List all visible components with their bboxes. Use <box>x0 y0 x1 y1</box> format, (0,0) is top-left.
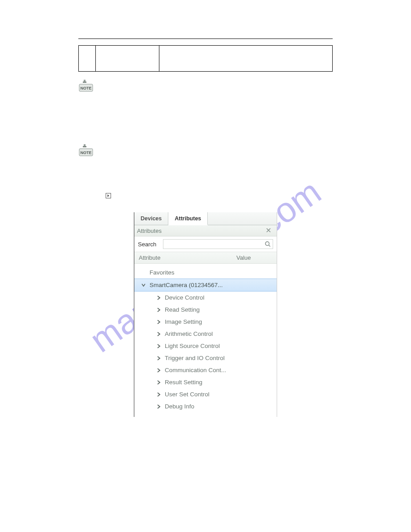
chevron-right-icon <box>155 332 162 336</box>
search-icon[interactable] <box>263 241 273 247</box>
tree-item-image-setting[interactable]: Image Setting <box>134 316 277 328</box>
tree-item-arithmetic-control[interactable]: Arithmetic Control <box>134 328 277 340</box>
svg-text:NOTE: NOTE <box>80 86 91 90</box>
chevron-down-icon <box>140 283 147 287</box>
tab-attributes[interactable]: Attributes <box>168 212 208 225</box>
note-block: NOTE <box>78 79 333 92</box>
attributes-panel: Devices Attributes Attributes ✕ Search <box>134 212 277 417</box>
svg-point-9 <box>265 242 269 245</box>
tree-label: Read Setting <box>165 306 200 313</box>
tree-root-smartcamera[interactable]: SmartCamera (01234567... <box>134 279 277 292</box>
panel-title: Attributes <box>137 227 162 234</box>
tree-item-trigger-io-control[interactable]: Trigger and IO Control <box>134 352 277 364</box>
chevron-right-icon <box>155 320 162 324</box>
column-header-attribute: Attribute <box>139 254 236 261</box>
search-row: Search <box>134 236 277 252</box>
chevron-right-icon <box>155 380 162 385</box>
tree-favorites[interactable]: Favorites <box>134 266 277 279</box>
tree-label: Favorites <box>150 269 175 276</box>
svg-text:NOTE: NOTE <box>80 150 91 155</box>
chevron-right-icon <box>155 404 162 409</box>
tree-item-light-source-control[interactable]: Light Source Control <box>134 340 277 352</box>
search-box <box>163 239 273 249</box>
chevron-right-icon <box>155 308 162 312</box>
table-cell <box>79 46 96 72</box>
tree-label: Trigger and IO Control <box>165 355 225 361</box>
tree-item-debug-info[interactable]: Debug Info <box>134 400 277 412</box>
chevron-right-icon <box>155 344 162 348</box>
search-input[interactable] <box>163 240 263 248</box>
table-row <box>79 46 333 72</box>
chevron-right-icon <box>155 368 162 373</box>
tree-label: Light Source Control <box>165 343 220 349</box>
tree-item-read-setting[interactable]: Read Setting <box>134 304 277 316</box>
svg-rect-1 <box>83 82 86 83</box>
panel-titlebar: Attributes ✕ <box>134 225 277 236</box>
chevron-right-icon <box>155 392 162 397</box>
column-header-row: Attribute Value <box>134 252 277 264</box>
document-page: NOTE NOTE Devices Attribut <box>0 0 411 435</box>
tree-label: Result Setting <box>165 379 202 386</box>
chevron-right-icon <box>155 296 162 300</box>
tree-label: User Set Control <box>165 391 210 398</box>
tree-label: Device Control <box>165 294 205 301</box>
tree-label: Debug Info <box>165 403 194 410</box>
empty-table <box>78 45 333 72</box>
note-icon: NOTE <box>78 79 94 92</box>
tree-item-device-control[interactable]: Device Control <box>134 292 277 304</box>
attribute-tree: Favorites SmartCamera (01234567... Devic… <box>134 264 277 417</box>
search-label: Search <box>138 241 159 248</box>
blank-space <box>78 163 333 184</box>
inline-arrow-row <box>105 193 333 199</box>
tab-devices[interactable]: Devices <box>134 212 168 225</box>
tree-item-result-setting[interactable]: Result Setting <box>134 376 277 388</box>
tree-label: Communication Cont... <box>165 367 226 373</box>
chevron-right-icon <box>155 356 162 360</box>
tree-label: Arithmetic Control <box>165 330 213 337</box>
svg-line-10 <box>269 245 270 246</box>
tree-item-user-set-control[interactable]: User Set Control <box>134 388 277 400</box>
blank-space <box>78 99 333 143</box>
tree-label: Image Setting <box>165 318 202 325</box>
expand-box-icon <box>105 193 111 199</box>
svg-rect-5 <box>83 146 86 147</box>
close-icon[interactable]: ✕ <box>264 227 273 234</box>
note-icon: NOTE <box>78 143 94 157</box>
tree-item-communication-control[interactable]: Communication Cont... <box>134 364 277 376</box>
table-cell <box>96 46 159 72</box>
tab-bar: Devices Attributes <box>134 212 277 225</box>
tree-label: SmartCamera (01234567... <box>150 282 223 288</box>
note-block: NOTE <box>78 143 333 157</box>
table-cell <box>159 46 333 72</box>
column-header-value: Value <box>236 254 272 261</box>
horizontal-rule <box>78 39 333 39</box>
